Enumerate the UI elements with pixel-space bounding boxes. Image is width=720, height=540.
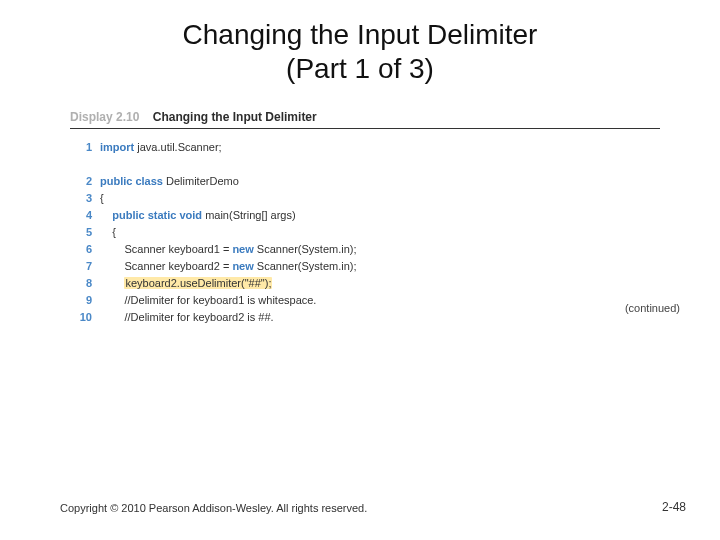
line-number: 3	[70, 190, 100, 207]
code-line: 5 {	[70, 224, 660, 241]
code-token-kw: import	[100, 141, 134, 153]
code-content: public class DelimiterDemo	[100, 173, 239, 190]
display-header: Display 2.10 Changing the Input Delimite…	[70, 110, 660, 129]
line-number: 6	[70, 241, 100, 258]
code-line: 10 //Delimiter for keyboard2 is ##.	[70, 309, 660, 326]
code-token-kw: new	[232, 243, 253, 255]
code-token-plain: //Delimiter for keyboard2 is ##.	[124, 311, 273, 323]
code-content: //Delimiter for keyboard2 is ##.	[100, 309, 274, 326]
code-token-hi: keyboard2.useDelimiter("##");	[124, 277, 272, 289]
code-content: keyboard2.useDelimiter("##");	[100, 275, 272, 292]
code-token-kw: public class	[100, 175, 163, 187]
code-token-plain: Scanner keyboard1 =	[124, 243, 232, 255]
code-line: 2public class DelimiterDemo	[70, 173, 660, 190]
code-line: 1import java.util.Scanner;	[70, 139, 660, 156]
code-token-kw: new	[232, 260, 253, 272]
display-title: Changing the Input Delimiter	[153, 110, 317, 124]
slide-title: Changing the Input Delimiter (Part 1 of …	[0, 0, 720, 85]
code-token-plain: main(String[] args)	[202, 209, 296, 221]
title-line-2: (Part 1 of 3)	[0, 52, 720, 86]
code-token-plain: {	[100, 192, 104, 204]
code-content: {	[100, 224, 116, 241]
code-content: {	[100, 190, 104, 207]
line-number: 4	[70, 207, 100, 224]
code-content: Scanner keyboard2 = new Scanner(System.i…	[100, 258, 357, 275]
code-token-plain: DelimiterDemo	[163, 175, 239, 187]
line-number: 1	[70, 139, 100, 156]
code-token-plain: java.util.Scanner;	[134, 141, 221, 153]
code-line: 7 Scanner keyboard2 = new Scanner(System…	[70, 258, 660, 275]
code-content: public static void main(String[] args)	[100, 207, 296, 224]
code-line	[70, 156, 660, 173]
code-line: 8 keyboard2.useDelimiter("##");	[70, 275, 660, 292]
continued-label: (continued)	[625, 302, 680, 314]
code-token-plain: Scanner(System.in);	[254, 243, 357, 255]
display-label: Display 2.10	[70, 110, 139, 124]
code-line: 3{	[70, 190, 660, 207]
code-token-plain: Scanner(System.in);	[254, 260, 357, 272]
code-token-kw: public static void	[112, 209, 202, 221]
line-number: 10	[70, 309, 100, 326]
code-line: 6 Scanner keyboard1 = new Scanner(System…	[70, 241, 660, 258]
slide: Changing the Input Delimiter (Part 1 of …	[0, 0, 720, 540]
title-line-1: Changing the Input Delimiter	[183, 19, 538, 50]
code-token-plain: {	[112, 226, 116, 238]
code-token-plain: //Delimiter for keyboard1 is whitespace.	[124, 294, 316, 306]
code-content: import java.util.Scanner;	[100, 139, 222, 156]
code-content: //Delimiter for keyboard1 is whitespace.	[100, 292, 316, 309]
code-listing: 1import java.util.Scanner;2public class …	[70, 139, 660, 326]
line-number: 5	[70, 224, 100, 241]
code-token-plain: Scanner keyboard2 =	[124, 260, 232, 272]
code-line: 4 public static void main(String[] args)	[70, 207, 660, 224]
copyright-footer: Copyright © 2010 Pearson Addison-Wesley.…	[60, 502, 367, 514]
line-number: 2	[70, 173, 100, 190]
code-line: 9 //Delimiter for keyboard1 is whitespac…	[70, 292, 660, 309]
page-number: 2-48	[662, 500, 686, 514]
line-number: 9	[70, 292, 100, 309]
code-content: Scanner keyboard1 = new Scanner(System.i…	[100, 241, 357, 258]
code-display: Display 2.10 Changing the Input Delimite…	[70, 110, 660, 326]
line-number: 8	[70, 275, 100, 292]
line-number: 7	[70, 258, 100, 275]
